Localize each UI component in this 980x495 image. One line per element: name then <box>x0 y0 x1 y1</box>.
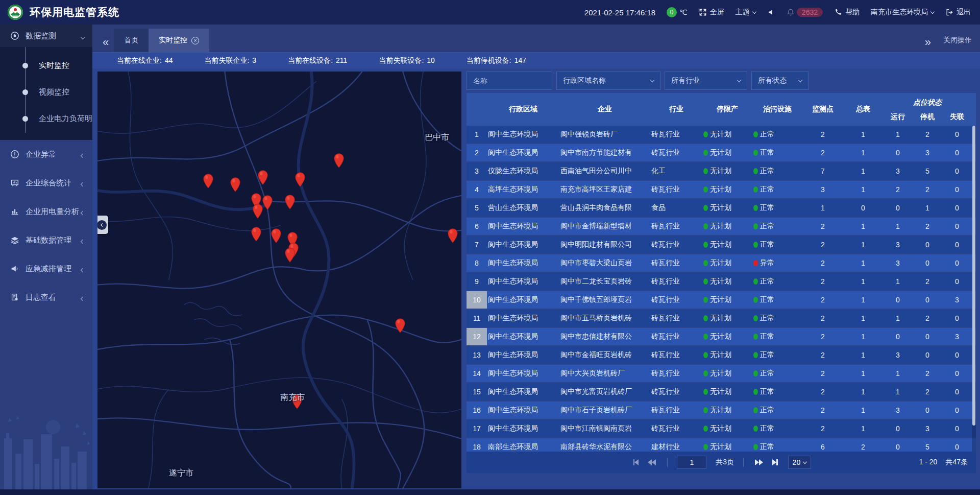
tabs-scroll-left-icon[interactable]: « <box>97 37 114 52</box>
sidebar-group-data-monitoring[interactable]: 数据监测 <box>0 25 92 47</box>
industry-filter-select[interactable]: 所有行业 <box>665 72 747 90</box>
theme-dropdown[interactable]: 主题 <box>736 8 756 17</box>
collapse-arrow-icon <box>97 220 107 230</box>
cell-industry: 砖瓦行业 <box>650 258 702 268</box>
logout-button[interactable]: 退出 <box>945 8 971 17</box>
sidebar-group-emergency-reduction[interactable]: 应急减排管理 <box>0 254 92 283</box>
tab-home[interactable]: 首页 <box>114 29 149 52</box>
cell-region: 南部生态环境局 <box>487 442 559 452</box>
table-row[interactable]: 16阆中生态环境局阆中市石子页岩机砖厂砖瓦行业无计划正常21300 <box>467 402 976 419</box>
help-button[interactable]: 帮助 <box>834 8 860 17</box>
org-dropdown[interactable]: 南充市生态环境局 <box>871 8 934 17</box>
cell-offline: 0 <box>942 406 972 414</box>
next-page-button[interactable] <box>753 459 765 465</box>
table-row[interactable]: 9阆中生态环境局阆中市二龙长宝页岩砖砖瓦行业无计划正常21120 <box>467 273 976 290</box>
table-row[interactable]: 17阆中生态环境局阆中市江南镇阆南页岩砖瓦行业无计划正常21030 <box>467 420 976 437</box>
table-row[interactable]: 7阆中生态环境局阆中明阳建材有限公司砖瓦行业无计划正常21300 <box>467 236 976 253</box>
table-row[interactable]: 11阆中生态环境局阆中市五马桥页岩机砖砖瓦行业无计划正常21120 <box>467 310 976 327</box>
cell-industry: 砖瓦行业 <box>650 314 702 323</box>
cell-running: 1 <box>883 130 913 138</box>
cell-industry: 砖瓦行业 <box>650 350 702 360</box>
map-pin-icon[interactable] <box>203 174 214 191</box>
fullscreen-button[interactable]: 全屏 <box>699 8 724 17</box>
fullscreen-icon <box>699 8 707 16</box>
sidebar-item-realtime-monitoring[interactable]: 实时监控 <box>0 52 92 79</box>
sidebar-item-power-load-detail[interactable]: 企业电力负荷明细 <box>0 105 92 132</box>
sidebar-group-log-view[interactable]: 日志查看 <box>0 283 92 312</box>
map-collapse-button[interactable] <box>97 216 108 234</box>
status-text: 正常 <box>760 130 774 139</box>
table-row[interactable]: 1阆中生态环境局阆中强锐页岩砖厂砖瓦行业无计划正常21120 <box>467 126 976 143</box>
table-row[interactable]: 2阆中生态环境局阆中市南方节能建材有砖瓦行业无计划正常21030 <box>467 144 976 161</box>
map-pin-icon[interactable] <box>253 203 263 221</box>
cell-running: 1 <box>883 277 913 286</box>
page-size-select[interactable]: 20 <box>788 456 812 469</box>
status-dot-green <box>753 315 758 321</box>
map-pin-icon[interactable] <box>295 172 306 189</box>
map-pin-icon[interactable] <box>447 228 458 246</box>
chevron-left-icon <box>81 265 84 273</box>
notification-badge[interactable]: 2632 <box>787 8 823 17</box>
map-pin-icon[interactable] <box>333 153 344 171</box>
map-pin-icon[interactable] <box>258 170 268 187</box>
close-operations-button[interactable]: 关闭操作 <box>943 36 972 52</box>
cell-production-limit: 无计划 <box>702 240 752 249</box>
table-row[interactable]: 8阆中生态环境局阆中市枣碧大梁山页岩砖瓦行业无计划异常21300 <box>467 254 976 272</box>
cell-industry: 砖瓦行业 <box>650 369 702 378</box>
table-row[interactable]: 18南部生态环境局南部县砖华水泥有限公建材行业无计划正常62050 <box>467 438 976 452</box>
map-pin-icon[interactable] <box>271 228 282 246</box>
table-row[interactable]: 15阆中生态环境局阆中市光富页岩机砖厂砖瓦行业无计划正常21120 <box>467 383 976 400</box>
chevron-left-icon <box>81 293 84 302</box>
cell-company: 阆中市枣碧大梁山页岩 <box>559 258 650 268</box>
tab-realtime[interactable]: 实时监控× <box>149 29 209 52</box>
table-row[interactable]: 10阆中生态环境局阆中千佛镇五郎垭页岩砖瓦行业无计划正常21003 <box>467 291 976 309</box>
cell-pollution-facility: 正常 <box>752 442 802 452</box>
first-page-button[interactable] <box>631 459 641 465</box>
stat-item: 当前在线企业:44 <box>117 56 173 65</box>
sidebar-group-power-usage-analysis[interactable]: 企业用电量分析 <box>0 197 92 226</box>
map-pin-icon[interactable] <box>285 248 296 265</box>
table-row[interactable]: 13阆中生态环境局阆中市金福旺页岩机砖砖瓦行业无计划正常21300 <box>467 346 976 364</box>
map-pin-icon[interactable] <box>395 318 406 336</box>
table-row[interactable]: 4高坪生态环境局南充市高坪区王家店建砖瓦行业无计划正常31220 <box>467 181 976 198</box>
page-input[interactable] <box>677 456 706 469</box>
table-row[interactable]: 3仪陇生态环境局西南油气田分公司川中化工无计划正常71350 <box>467 162 976 180</box>
cell-pollution-facility: 正常 <box>752 424 802 433</box>
status-text: 无计划 <box>710 350 731 360</box>
sidebar-group-base-data[interactable]: 基础数据管理 <box>0 226 92 254</box>
table-row[interactable]: 6阆中生态环境局阆中市金博瑞新型墙材砖瓦行业无计划正常21120 <box>467 218 976 235</box>
map-pin-icon[interactable] <box>251 227 261 244</box>
cell-offline: 0 <box>942 425 972 433</box>
name-filter-input[interactable] <box>467 72 552 90</box>
cell-stopped: 3 <box>913 149 942 157</box>
table-row[interactable]: 12阆中生态环境局阆中市忠信建材有限公砖瓦行业无计划正常21003 <box>467 328 976 345</box>
scrollbar-thumb[interactable] <box>972 126 975 426</box>
pagination-summary: 1 - 20 共47条 <box>919 458 968 467</box>
map-pin-icon[interactable] <box>285 194 296 211</box>
map-city-label: 巴中市 <box>425 132 449 143</box>
table-row[interactable]: 14阆中生态环境局阆中大兴页岩机砖厂砖瓦行业无计划正常21120 <box>467 365 976 382</box>
row-index: 5 <box>467 199 487 217</box>
tabs-scroll-right-icon[interactable]: » <box>920 37 936 52</box>
mute-button[interactable] <box>767 8 775 16</box>
cell-pollution-facility: 异常 <box>752 258 802 268</box>
map-pin-icon[interactable] <box>230 177 240 195</box>
row-index: 16 <box>467 402 487 419</box>
tab-close-icon[interactable]: × <box>191 37 199 44</box>
status-dot-green <box>703 334 708 340</box>
sidebar-group-enterprise-abnormal[interactable]: 企业异常 <box>0 140 92 169</box>
last-page-button[interactable] <box>770 459 780 465</box>
sidebar-group-enterprise-statistics[interactable]: 企业综合统计 <box>0 169 92 197</box>
cell-stopped: 0 <box>913 241 942 249</box>
map-panel[interactable]: 巴中市南充市遂宁市 <box>97 72 461 488</box>
region-filter-select[interactable]: 行政区域名称 <box>556 72 660 90</box>
column-subheader: 运行 <box>883 108 913 126</box>
status-filter-select[interactable]: 所有状态 <box>751 72 808 90</box>
table-row[interactable]: 5营山生态环境局营山县润丰肉食品有限食品无计划正常10010 <box>467 199 976 217</box>
sidebar-item-video-monitoring[interactable]: 视频监控 <box>0 79 92 105</box>
prev-page-button[interactable] <box>646 459 658 465</box>
status-dot-green <box>753 131 758 137</box>
map-pin-icon[interactable] <box>262 195 273 213</box>
cell-stopped: 5 <box>913 443 942 451</box>
stat-label: 当前在线设备: <box>288 56 333 65</box>
